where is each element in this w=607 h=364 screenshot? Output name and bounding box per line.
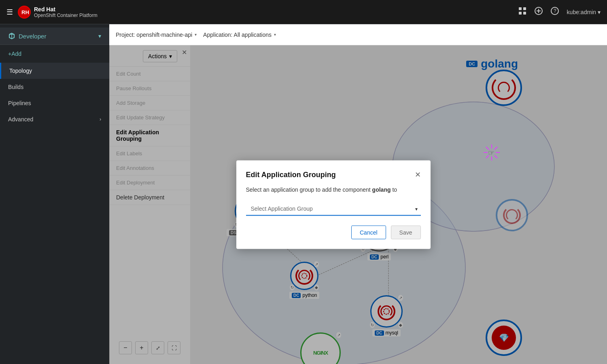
- grid-icon[interactable]: [518, 7, 526, 17]
- application-group-select[interactable]: Select Application Group: [246, 202, 421, 216]
- modal-close-button[interactable]: ✕: [415, 170, 421, 179]
- chevron-right-icon: ›: [100, 116, 101, 122]
- svg-rect-3: [523, 7, 526, 10]
- svg-rect-4: [519, 12, 522, 15]
- sidebar-item-pipelines[interactable]: Pipelines: [0, 95, 109, 111]
- brand-text: Red Hat OpenShift Container Platform: [34, 6, 98, 18]
- application-selector[interactable]: Application: All applications ▾: [203, 32, 276, 38]
- application-label: Application: All applications: [203, 32, 272, 38]
- svg-rect-2: [519, 7, 522, 10]
- user-menu[interactable]: kube:admin ▾: [567, 9, 601, 15]
- brand: RH Red Hat OpenShift Container Platform: [18, 6, 98, 19]
- top-navbar: ☰ RH Red Hat OpenShift Container Platfor…: [0, 0, 607, 24]
- project-label: Project: openshift-machine-api: [116, 32, 192, 38]
- modal-body: Select an application group to add the c…: [246, 186, 421, 194]
- sidebar-item-advanced[interactable]: Advanced ›: [0, 111, 109, 127]
- svg-rect-5: [523, 12, 526, 15]
- svg-text:?: ?: [554, 8, 556, 14]
- builds-label: Builds: [8, 84, 23, 90]
- brand-top: Red Hat: [34, 6, 98, 13]
- perspective-selector[interactable]: Developer ▾: [0, 28, 109, 45]
- application-chevron: ▾: [274, 32, 276, 37]
- brand-logo: RH: [18, 6, 31, 19]
- sidebar-item-add[interactable]: +Add: [0, 45, 109, 63]
- edit-application-grouping-modal: Edit Application Grouping ✕ Select an ap…: [236, 161, 431, 249]
- topology-label: Topology: [9, 68, 32, 74]
- pipelines-label: Pipelines: [8, 100, 31, 106]
- perspective-label: Developer: [19, 33, 46, 40]
- sidebar-item-builds[interactable]: Builds: [0, 79, 109, 95]
- modal-header: Edit Application Grouping ✕: [246, 170, 421, 179]
- sub-navbar: Project: openshift-machine-api ▾ Applica…: [109, 24, 607, 45]
- topology-canvas[interactable]: ↗ ↻ ◆ DS SDN-Controller: [109, 45, 607, 364]
- modal-footer: Cancel Save: [246, 226, 421, 239]
- save-button[interactable]: Save: [391, 226, 421, 239]
- add-icon[interactable]: [535, 7, 543, 17]
- username: kube:admin: [567, 9, 596, 15]
- hamburger-menu[interactable]: ☰: [6, 8, 13, 17]
- modal-component-name: golang: [372, 186, 391, 193]
- advanced-label: Advanced: [8, 116, 33, 123]
- modal-description-prefix: Select an application group to add the c…: [246, 186, 372, 193]
- help-icon[interactable]: ?: [551, 7, 559, 17]
- topology-area: ↗ ↻ ◆ DS SDN-Controller: [109, 45, 607, 364]
- perspective-chevron: ▾: [98, 33, 101, 39]
- brand-bottom: OpenShift Container Platform: [34, 13, 98, 18]
- navbar-icons: ? kube:admin ▾: [518, 7, 601, 17]
- user-chevron: ▾: [598, 9, 601, 15]
- project-selector[interactable]: Project: openshift-machine-api ▾: [116, 32, 197, 38]
- cancel-button[interactable]: Cancel: [351, 226, 386, 239]
- modal-select-container: Select Application Group ▾: [246, 202, 421, 216]
- main-layout: Developer ▾ +Add Topology Builds Pipelin…: [0, 24, 607, 364]
- project-chevron: ▾: [195, 32, 197, 37]
- svg-text:RH: RH: [21, 9, 29, 15]
- sidebar-item-topology[interactable]: Topology: [0, 63, 109, 79]
- sidebar: Developer ▾ +Add Topology Builds Pipelin…: [0, 24, 109, 364]
- modal-title: Edit Application Grouping: [246, 170, 336, 179]
- modal-description-suffix: to: [391, 186, 397, 193]
- add-label: +Add: [8, 51, 21, 57]
- content-wrapper: Project: openshift-machine-api ▾ Applica…: [109, 24, 607, 364]
